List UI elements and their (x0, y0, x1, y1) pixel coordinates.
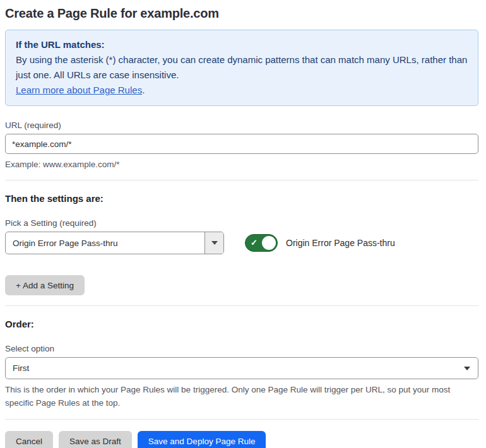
url-match-info-box: If the URL matches: By using the asteris… (5, 30, 478, 106)
setting-toggle-on[interactable]: ✓ (245, 234, 278, 252)
divider (5, 419, 478, 420)
pick-setting-label: Pick a Setting (required) (5, 218, 478, 228)
page-title: Create a Page Rule for example.com (5, 6, 478, 21)
order-section-heading: Order: (5, 319, 478, 329)
order-select-label: Select option (5, 344, 478, 353)
info-link-row: Learn more about Page Rules. (16, 83, 468, 98)
order-select[interactable]: First (5, 357, 478, 379)
save-and-deploy-button[interactable]: Save and Deploy Page Rule (138, 431, 266, 448)
setting-select[interactable]: Origin Error Page Pass-thru (5, 232, 224, 254)
settings-section-heading: Then the settings are: (5, 193, 478, 204)
setting-row: Origin Error Page Pass-thru ✓ Origin Err… (5, 232, 478, 254)
save-as-draft-button[interactable]: Save as Draft (59, 431, 132, 448)
setting-select-value: Origin Error Page Pass-thru (6, 239, 118, 248)
toggle-label: Origin Error Page Pass-thru (286, 238, 395, 248)
url-input[interactable] (5, 134, 478, 154)
divider (5, 180, 478, 180)
add-setting-button[interactable]: + Add a Setting (5, 275, 85, 295)
toggle-knob (262, 236, 276, 250)
chevron-down-icon (211, 241, 218, 245)
footer-actions: Cancel Save as Draft Save and Deploy Pag… (5, 431, 478, 448)
check-icon: ✓ (251, 239, 258, 247)
order-help-text: This is the order in which your Page Rul… (5, 383, 476, 410)
learn-more-link[interactable]: Learn more about Page Rules (16, 85, 142, 95)
info-box-body: By using the asterisk (*) character, you… (16, 52, 468, 83)
cancel-button[interactable]: Cancel (5, 431, 53, 448)
chevron-down-icon (464, 367, 470, 370)
info-box-heading: If the URL matches: (16, 37, 468, 52)
setting-select-arrow-button[interactable] (204, 232, 223, 254)
url-example-helper: Example: www.example.com/* (5, 158, 478, 171)
link-period: . (142, 85, 145, 95)
create-page-rule-form: Create a Page Rule for example.com If th… (0, 0, 486, 448)
divider (5, 305, 478, 306)
url-label: URL (required) (5, 121, 478, 130)
order-select-value: First (13, 363, 29, 373)
